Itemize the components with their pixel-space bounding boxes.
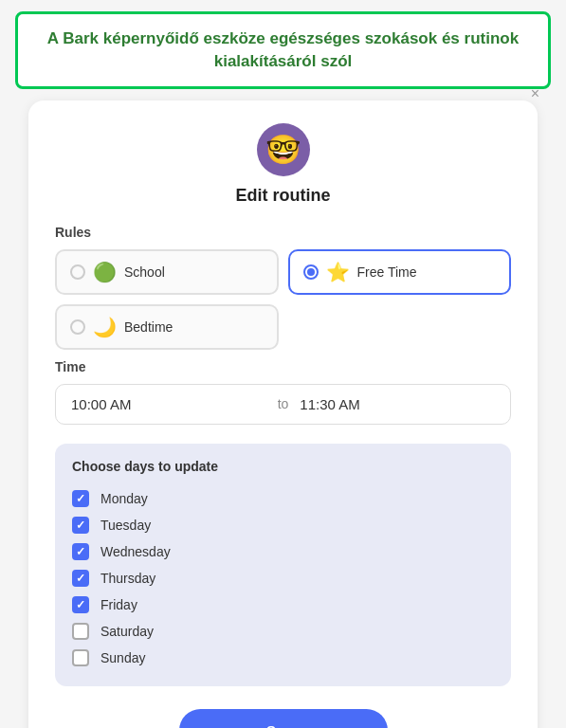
day-monday[interactable]: Monday bbox=[72, 485, 494, 512]
checkbox-monday[interactable] bbox=[72, 490, 89, 507]
time-label: Time bbox=[55, 359, 511, 374]
time-section: Time 10:00 AM to 11:30 AM bbox=[55, 359, 511, 425]
save-button[interactable]: Save bbox=[179, 709, 388, 728]
freetime-icon: ⭐ bbox=[326, 261, 350, 283]
close-button[interactable]: × bbox=[531, 85, 539, 102]
avatar-emoji: 🤓 bbox=[265, 133, 301, 166]
day-wednesday-label: Wednesday bbox=[100, 544, 171, 559]
avatar: 🤓 bbox=[257, 123, 310, 176]
rule-freetime[interactable]: ⭐ Free Time bbox=[288, 249, 512, 295]
edit-routine-modal: 🤓 Edit routine Rules 🟢 School ⭐ Free Tim… bbox=[28, 100, 538, 728]
day-tuesday-label: Tuesday bbox=[100, 518, 151, 533]
day-friday[interactable]: Friday bbox=[72, 592, 494, 618]
checkbox-friday[interactable] bbox=[72, 596, 89, 613]
checkbox-sunday[interactable] bbox=[72, 649, 89, 666]
avatar-wrap: 🤓 bbox=[55, 123, 511, 176]
time-row[interactable]: 10:00 AM to 11:30 AM bbox=[55, 384, 511, 425]
rules-label: Rules bbox=[55, 225, 511, 240]
day-friday-label: Friday bbox=[100, 597, 137, 612]
day-saturday-label: Saturday bbox=[100, 624, 154, 639]
day-thursday-label: Thursday bbox=[100, 571, 155, 586]
bedtime-icon: 🌙 bbox=[93, 316, 117, 338]
radio-school bbox=[70, 264, 85, 280]
time-from: 10:00 AM bbox=[71, 396, 266, 412]
day-sunday-label: Sunday bbox=[100, 650, 145, 665]
rule-school[interactable]: 🟢 School bbox=[55, 249, 279, 295]
school-icon: 🟢 bbox=[93, 261, 117, 283]
banner-text: A Bark képernyőidő eszköze egészséges sz… bbox=[37, 27, 529, 73]
checkbox-saturday[interactable] bbox=[72, 623, 89, 640]
day-thursday[interactable]: Thursday bbox=[72, 565, 494, 592]
radio-bedtime bbox=[70, 319, 85, 335]
freetime-label: Free Time bbox=[357, 264, 417, 280]
radio-freetime bbox=[303, 264, 319, 280]
day-sunday[interactable]: Sunday bbox=[72, 645, 494, 671]
day-monday-label: Monday bbox=[100, 491, 148, 506]
checkbox-wednesday[interactable] bbox=[72, 543, 89, 560]
day-saturday[interactable]: Saturday bbox=[72, 618, 494, 645]
page-title: Edit routine bbox=[55, 186, 511, 206]
days-section: Choose days to update Monday Tuesday Wed… bbox=[55, 444, 511, 686]
school-label: School bbox=[124, 264, 165, 280]
time-to: 11:30 AM bbox=[300, 396, 495, 412]
day-tuesday[interactable]: Tuesday bbox=[72, 512, 494, 538]
rules-grid: 🟢 School ⭐ Free Time 🌙 Bedtime bbox=[55, 249, 511, 350]
promo-banner: A Bark képernyőidő eszköze egészséges sz… bbox=[15, 11, 551, 89]
bedtime-label: Bedtime bbox=[124, 319, 173, 335]
day-wednesday[interactable]: Wednesday bbox=[72, 538, 494, 565]
days-title: Choose days to update bbox=[72, 459, 494, 474]
checkbox-tuesday[interactable] bbox=[72, 517, 89, 534]
checkbox-thursday[interactable] bbox=[72, 570, 89, 587]
rule-bedtime[interactable]: 🌙 Bedtime bbox=[55, 304, 279, 350]
time-separator: to bbox=[278, 396, 289, 411]
